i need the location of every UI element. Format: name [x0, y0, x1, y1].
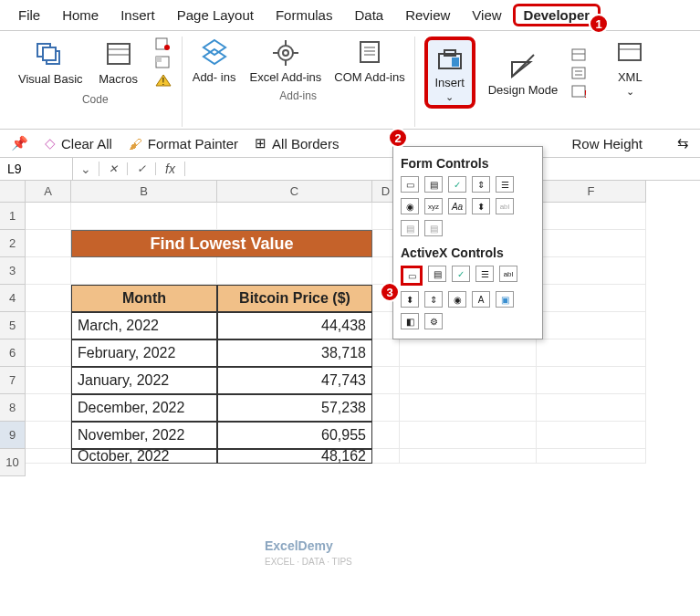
menu-item-page-layout[interactable]: Page Layout: [166, 4, 265, 26]
menu-item-data[interactable]: Data: [343, 4, 394, 26]
clear-all-button[interactable]: ◇ Clear All: [45, 135, 112, 151]
activex-toggle-icon[interactable]: ◧: [401, 313, 419, 329]
run-dialog-icon[interactable]: !: [570, 84, 589, 99]
form-spinner-icon[interactable]: ⇕: [472, 176, 490, 193]
row-header[interactable]: 6: [0, 339, 26, 367]
cell[interactable]: [400, 367, 537, 394]
activex-spin-icon[interactable]: ⇕: [424, 291, 443, 308]
cell[interactable]: [71, 203, 217, 230]
cell[interactable]: [372, 449, 400, 464]
cancel-fx-icon[interactable]: ✕: [99, 162, 128, 175]
activex-listbox-icon[interactable]: ☰: [475, 266, 494, 282]
cell[interactable]: [537, 367, 646, 394]
cell[interactable]: [537, 449, 646, 464]
row-header[interactable]: 1: [0, 203, 26, 230]
row-header[interactable]: 8: [0, 394, 26, 422]
form-checkbox-icon[interactable]: ✓: [448, 176, 466, 193]
activex-scrollbar-icon[interactable]: ⬍: [401, 291, 419, 308]
cell[interactable]: [537, 203, 646, 230]
relative-ref-icon[interactable]: [154, 55, 172, 69]
xml-button[interactable]: XML ⌄: [607, 37, 653, 98]
cell[interactable]: [372, 339, 400, 367]
row-header[interactable]: 3: [0, 257, 26, 285]
column-header[interactable]: C: [217, 181, 372, 203]
cell[interactable]: [400, 339, 537, 367]
cell[interactable]: [26, 422, 71, 449]
cell[interactable]: [26, 339, 71, 367]
visual-basic-button[interactable]: Visual Basic: [18, 38, 83, 86]
activex-combo-icon[interactable]: ▤: [428, 266, 446, 282]
format-painter-button[interactable]: 🖌 Format Painter: [129, 136, 238, 151]
table-cell-price[interactable]: 44,438: [217, 312, 372, 339]
cell[interactable]: [400, 394, 537, 422]
table-cell-month[interactable]: March, 2022: [71, 312, 217, 339]
cell[interactable]: [26, 367, 71, 394]
macros-button[interactable]: Macros: [96, 38, 141, 86]
form-button-icon[interactable]: ▭: [401, 176, 419, 193]
activex-image-icon[interactable]: ▣: [496, 291, 514, 308]
table-cell-month[interactable]: February, 2022: [71, 339, 217, 367]
design-mode-button[interactable]: Design Mode: [488, 49, 559, 97]
table-header[interactable]: Month: [71, 285, 217, 312]
menu-item-home[interactable]: Home: [51, 4, 110, 26]
activex-textbox-icon[interactable]: abl: [499, 266, 517, 282]
cell[interactable]: [26, 312, 71, 339]
cell[interactable]: [537, 394, 646, 422]
row-header[interactable]: 10: [0, 449, 26, 476]
cell[interactable]: [537, 422, 646, 449]
row-header[interactable]: 5: [0, 312, 26, 339]
all-borders-button[interactable]: ⊞ All Borders: [255, 135, 339, 151]
form-combo3-icon[interactable]: ▤: [424, 220, 443, 236]
properties-icon[interactable]: [570, 47, 589, 62]
form-combo2-icon[interactable]: ▤: [401, 220, 419, 236]
form-groupbox-icon[interactable]: xyz: [424, 198, 443, 214]
cell[interactable]: [400, 422, 537, 449]
cell[interactable]: [372, 394, 400, 422]
cell[interactable]: [217, 257, 372, 285]
record-macro-icon[interactable]: [154, 37, 172, 51]
form-scrollbar-icon[interactable]: ⬍: [472, 198, 490, 214]
table-cell-price[interactable]: 57,238: [217, 394, 372, 422]
activex-label-icon[interactable]: A: [472, 291, 490, 308]
menu-item-view[interactable]: View: [461, 4, 512, 26]
cell[interactable]: [217, 203, 372, 230]
cell[interactable]: [537, 257, 646, 285]
cell[interactable]: [537, 312, 646, 339]
macro-security-icon[interactable]: !: [154, 73, 172, 88]
menu-item-developer[interactable]: Developer: [513, 4, 601, 26]
activex-command-button-icon[interactable]: ▭: [401, 266, 423, 286]
column-header[interactable]: F: [537, 181, 646, 203]
name-box[interactable]: [0, 158, 73, 180]
activex-option-icon[interactable]: ◉: [448, 291, 466, 308]
cell[interactable]: [26, 449, 71, 464]
row-header[interactable]: 2: [0, 230, 26, 257]
table-cell-price[interactable]: 47,743: [217, 367, 372, 394]
banner-cell[interactable]: Find Lowest Value: [71, 230, 372, 257]
form-option-icon[interactable]: ◉: [401, 198, 419, 214]
table-cell-price[interactable]: 48,162: [217, 449, 372, 464]
column-header[interactable]: B: [71, 181, 217, 203]
row-header[interactable]: 9: [0, 422, 26, 449]
table-cell-month[interactable]: November, 2022: [71, 422, 217, 449]
table-header[interactable]: Bitcoin Price ($): [217, 285, 372, 312]
cell[interactable]: [537, 339, 646, 367]
overflow-icon[interactable]: ⇆: [677, 135, 689, 151]
cell[interactable]: [26, 203, 71, 230]
excel-addins-button[interactable]: Excel Add-ins: [250, 37, 322, 84]
insert-controls-button[interactable]: Insert ⌄: [424, 37, 475, 109]
row-header[interactable]: 7: [0, 367, 26, 394]
table-cell-month[interactable]: January, 2022: [71, 367, 217, 394]
cell[interactable]: [71, 257, 217, 285]
pin-icon[interactable]: 📌: [11, 135, 28, 151]
activex-checkbox-icon[interactable]: ✓: [452, 266, 470, 282]
cell[interactable]: [26, 394, 71, 422]
enter-fx-icon[interactable]: ✓: [128, 162, 156, 175]
com-addins-button[interactable]: COM Add-ins: [334, 37, 404, 84]
table-cell-price[interactable]: 38,718: [217, 339, 372, 367]
table-cell-month[interactable]: October, 2022: [71, 449, 217, 464]
cell[interactable]: [537, 230, 646, 257]
cell[interactable]: [537, 285, 646, 312]
addins-button[interactable]: Add- ins: [192, 37, 237, 84]
cell[interactable]: [372, 422, 400, 449]
cell[interactable]: [26, 257, 71, 285]
